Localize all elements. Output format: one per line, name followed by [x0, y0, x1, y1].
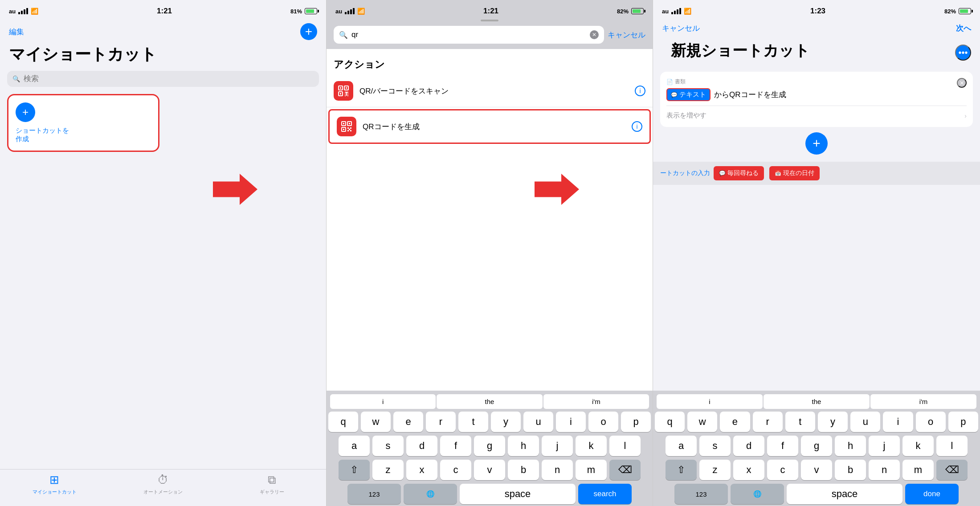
key-k[interactable]: k [576, 436, 607, 456]
key-q[interactable]: q [328, 412, 358, 432]
key-b[interactable]: b [508, 460, 539, 480]
key-w[interactable]: w [361, 412, 391, 432]
key-n-3[interactable]: n [869, 460, 900, 480]
tab-my-shortcuts-label: マイショートカット [33, 489, 77, 495]
action-item-2[interactable]: QRコードを生成 i [328, 109, 651, 144]
search-button[interactable]: search [578, 484, 632, 504]
key-n[interactable]: n [542, 460, 573, 480]
suggestion-im-3[interactable]: i'm [870, 394, 976, 409]
search-bar-1[interactable]: 🔍 [7, 71, 319, 87]
key-a-3[interactable]: a [666, 436, 697, 456]
tab-gallery[interactable]: ⧉ ギャラリー [217, 473, 326, 495]
key-f-3[interactable]: f [767, 436, 798, 456]
tab-automation[interactable]: ⏱ オートメーション [109, 473, 217, 495]
key-z-3[interactable]: z [699, 460, 731, 480]
cancel-button-3[interactable]: キャンセル [662, 23, 700, 33]
done-button[interactable]: done [905, 484, 959, 504]
create-shortcut-card[interactable]: + ショートカットを作成 [7, 94, 159, 152]
key-j[interactable]: j [542, 436, 573, 456]
key-h-3[interactable]: h [835, 436, 866, 456]
key-s-3[interactable]: s [699, 436, 731, 456]
key-u-3[interactable]: u [850, 412, 880, 432]
info-button-2[interactable]: i [632, 121, 642, 132]
key-y[interactable]: y [491, 412, 521, 432]
svg-rect-19 [350, 127, 351, 129]
key-o-3[interactable]: o [916, 412, 946, 432]
key-r-3[interactable]: r [753, 412, 783, 432]
key-h[interactable]: h [508, 436, 539, 456]
key-f[interactable]: f [440, 436, 471, 456]
key-num-2[interactable]: 123 [347, 484, 401, 504]
suggestion-the-3[interactable]: the [764, 394, 870, 409]
key-space-3[interactable]: space [787, 484, 902, 504]
key-q-3[interactable]: q [655, 412, 685, 432]
key-v-3[interactable]: v [801, 460, 832, 480]
key-globe-3[interactable]: 🌐 [731, 484, 784, 504]
key-globe-2[interactable]: 🌐 [404, 484, 457, 504]
key-p-3[interactable]: p [948, 412, 978, 432]
key-t[interactable]: t [458, 412, 488, 432]
key-j-3[interactable]: j [869, 436, 900, 456]
key-c-3[interactable]: c [767, 460, 798, 480]
key-row-zxcv-3: ⇧ z x c v b n m ⌫ [655, 460, 978, 480]
key-l-3[interactable]: l [936, 436, 968, 456]
key-x-3[interactable]: x [733, 460, 764, 480]
action-item-1[interactable]: QR/バーコードをスキャン i [327, 75, 653, 107]
key-i[interactable]: i [556, 412, 586, 432]
key-g[interactable]: g [474, 436, 505, 456]
key-l[interactable]: l [609, 436, 641, 456]
info-button-1[interactable]: i [635, 86, 645, 96]
clear-search-button[interactable]: ✕ [590, 30, 599, 39]
key-m-3[interactable]: m [902, 460, 934, 480]
key-p[interactable]: p [621, 412, 651, 432]
key-k-3[interactable]: k [902, 436, 934, 456]
search-input-1[interactable] [24, 74, 314, 83]
key-g-3[interactable]: g [801, 436, 832, 456]
key-v[interactable]: v [474, 460, 505, 480]
text-tag[interactable]: 💬 テキスト [666, 88, 710, 101]
key-w-3[interactable]: w [687, 412, 717, 432]
key-z[interactable]: z [372, 460, 404, 480]
key-shift-3[interactable]: ⇧ [666, 460, 697, 480]
cancel-search-button[interactable]: キャンセル [608, 30, 645, 40]
card-close-button[interactable]: ✕ [957, 78, 967, 88]
key-d[interactable]: d [406, 436, 437, 456]
more-button-3[interactable]: ••• [955, 45, 971, 61]
key-m[interactable]: m [576, 460, 607, 480]
key-s[interactable]: s [372, 436, 404, 456]
add-action-button[interactable]: + [805, 132, 828, 155]
key-shift[interactable]: ⇧ [339, 460, 370, 480]
suggestion-im[interactable]: i'm [543, 394, 649, 409]
suggestion-i[interactable]: i [330, 394, 436, 409]
next-button-3[interactable]: 次へ [956, 23, 971, 33]
key-num-3[interactable]: 123 [674, 484, 728, 504]
search-input-2[interactable] [351, 30, 586, 39]
key-b-3[interactable]: b [835, 460, 866, 480]
tab-my-shortcuts[interactable]: ⊞ マイショートカット [0, 473, 109, 495]
add-shortcut-button[interactable]: + [300, 23, 317, 40]
key-u[interactable]: u [523, 412, 553, 432]
key-e[interactable]: e [393, 412, 423, 432]
key-t-3[interactable]: t [785, 412, 815, 432]
key-i-3[interactable]: i [883, 412, 913, 432]
suggestion-i-3[interactable]: i [657, 394, 763, 409]
key-c[interactable]: c [440, 460, 471, 480]
ask-each-time-chip[interactable]: 💬 毎回尋ねる [714, 166, 764, 180]
key-delete[interactable]: ⌫ [609, 460, 641, 480]
key-r[interactable]: r [426, 412, 456, 432]
suggestion-the[interactable]: the [437, 394, 542, 409]
p2-search-bar[interactable]: 🔍 ✕ [334, 26, 604, 44]
key-x[interactable]: x [406, 460, 437, 480]
key-a[interactable]: a [339, 436, 370, 456]
key-delete-3[interactable]: ⌫ [936, 460, 968, 480]
current-date-chip[interactable]: 📅 現在の日付 [769, 166, 820, 180]
key-space-2[interactable]: space [460, 484, 576, 504]
key-o[interactable]: o [588, 412, 618, 432]
key-e-3[interactable]: e [720, 412, 750, 432]
key-d-3[interactable]: d [733, 436, 764, 456]
keyboard-bottom-row-3: 123 🌐 space done [655, 484, 978, 504]
time-1: 1:21 [157, 7, 172, 16]
expand-row[interactable]: 表示を増やす › [666, 106, 967, 121]
edit-button[interactable]: 編集 [9, 27, 24, 37]
key-y-3[interactable]: y [818, 412, 848, 432]
